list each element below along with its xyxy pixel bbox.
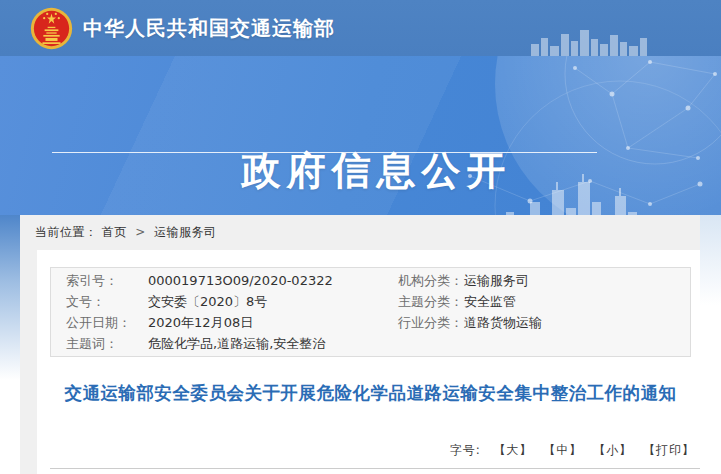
meta-label: 文号： bbox=[51, 291, 148, 312]
banner-underline bbox=[52, 152, 597, 153]
font-large-button[interactable]: 【大】 bbox=[494, 443, 533, 457]
right-edge-gradient bbox=[700, 215, 721, 305]
breadcrumb: 当前位置： 首页 > 运输服务司 bbox=[35, 224, 217, 241]
print-button[interactable]: 【打印】 bbox=[643, 443, 695, 457]
site-name: 中华人民共和国交通运输部 bbox=[83, 15, 335, 42]
meta-label: 公开日期： bbox=[51, 312, 148, 333]
meta-label: 行业分类： bbox=[398, 312, 464, 333]
meta-value: 000019713O09/2020-02322 bbox=[148, 270, 398, 291]
left-edge-gradient bbox=[0, 215, 20, 380]
meta-value: 安全监管 bbox=[464, 291, 690, 312]
meta-label: 索引号： bbox=[51, 270, 148, 291]
meta-row: 公开日期： 2020年12月08日 行业分类： 道路货物运输 bbox=[51, 312, 690, 333]
meta-value: 运输服务司 bbox=[464, 270, 690, 291]
page: 中华人民共和国交通运输部 bbox=[0, 0, 721, 474]
font-medium-button[interactable]: 【中】 bbox=[543, 443, 582, 457]
banner: 政府信息公开 bbox=[0, 56, 721, 215]
meta-value: 道路货物运输 bbox=[464, 312, 690, 333]
meta-row: 文号： 交安委〔2020〕8号 主题分类： 安全监管 bbox=[51, 291, 690, 312]
meta-row: 索引号： 000019713O09/2020-02322 机构分类： 运输服务司 bbox=[51, 270, 690, 291]
china-national-emblem-icon bbox=[30, 7, 73, 50]
meta-value: 交安委〔2020〕8号 bbox=[148, 291, 398, 312]
document-title: 交通运输部安全委员会关于开展危险化学品道路运输安全集中整治工作的通知 bbox=[50, 380, 691, 406]
breadcrumb-dept-link[interactable]: 运输服务司 bbox=[154, 225, 217, 239]
meta-table: 索引号： 000019713O09/2020-02322 机构分类： 运输服务司… bbox=[50, 267, 691, 357]
meta-row: 主题词： 危险化学品,道路运输,安全整治 bbox=[51, 333, 690, 354]
site-header: 中华人民共和国交通运输部 bbox=[0, 0, 721, 56]
breadcrumb-separator: > bbox=[135, 225, 146, 239]
meta-label: 主题分类： bbox=[398, 291, 464, 312]
content-card: 当前位置： 首页 > 运输服务司 索引号： 000019713O09/2020-… bbox=[20, 215, 700, 474]
font-size-label: 字号: bbox=[450, 443, 481, 457]
meta-value: 危险化学品,道路运输,安全整治 bbox=[148, 333, 398, 354]
meta-value: 2020年12月08日 bbox=[148, 312, 398, 333]
breadcrumb-label: 当前位置： bbox=[35, 225, 98, 239]
footer-divider bbox=[50, 468, 700, 469]
font-size-toolbar: 字号: 【大】 【中】 【小】 【打印】 bbox=[450, 442, 695, 459]
skyline-decoration-small bbox=[531, 28, 651, 56]
document-panel: 索引号： 000019713O09/2020-02322 机构分类： 运输服务司… bbox=[37, 250, 700, 474]
font-small-button[interactable]: 【小】 bbox=[593, 443, 632, 457]
meta-label: 主题词： bbox=[51, 333, 148, 354]
meta-label: 机构分类： bbox=[398, 270, 464, 291]
breadcrumb-home-link[interactable]: 首页 bbox=[102, 225, 127, 239]
